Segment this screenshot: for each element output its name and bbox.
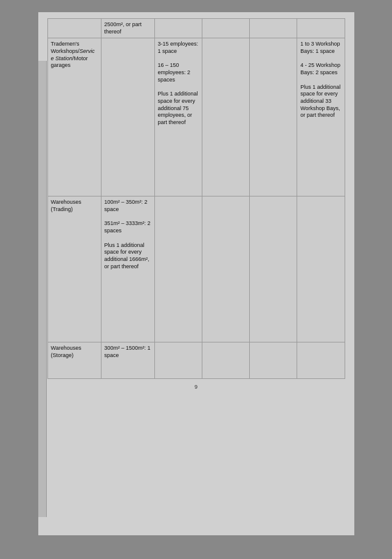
page-number: 9 bbox=[47, 384, 345, 390]
cell-col3 bbox=[154, 19, 202, 38]
cell-gfa-warehouses: 100m² – 350m²: 2 space 351m² – 3333m²: 2… bbox=[101, 196, 154, 342]
cell-text: 3-15 employees: 1 space bbox=[158, 41, 199, 54]
cell-col4 bbox=[202, 19, 249, 38]
cell-text-2: 16 – 150 employees: 2 spaces bbox=[158, 62, 191, 82]
cell-col4-storage bbox=[202, 342, 249, 379]
cell-text-3: Plus 1 additional space for every additi… bbox=[300, 84, 340, 119]
cell-col6-warehouses bbox=[297, 196, 345, 342]
cell-use-type bbox=[47, 19, 101, 38]
document-page: 2500m², or part thereof Trademen's Works… bbox=[38, 12, 354, 535]
table-row: 2500m², or part thereof bbox=[47, 19, 345, 38]
cell-col3-warehouses bbox=[154, 196, 202, 342]
table-row: Warehouses (Storage) 300m² – 1500m²: 1 s… bbox=[47, 342, 345, 379]
cell-text-2: 4 - 25 Workshop Bays: 2 spaces bbox=[300, 62, 340, 75]
cell-use-type: Trademen's Workshops/Service Station/Mot… bbox=[47, 38, 101, 196]
cell-col4-warehouses bbox=[202, 196, 249, 342]
cell-col6-storage bbox=[297, 342, 345, 379]
cell-col5-warehouses bbox=[250, 196, 297, 342]
cell-text-3: Plus 1 additional space for every additi… bbox=[158, 91, 198, 125]
cell-text: 300m² – 1500m²: 1 space bbox=[105, 345, 151, 358]
left-margin bbox=[38, 61, 47, 517]
cell-use-warehouses-trading: Warehouses (Trading) bbox=[47, 196, 101, 342]
cell-col4-trademen bbox=[202, 38, 249, 196]
cell-employees: 3-15 employees: 1 space 16 – 150 employe… bbox=[154, 38, 202, 196]
cell-col6 bbox=[297, 19, 345, 38]
cell-text: Warehouses (Trading) bbox=[51, 199, 81, 212]
cell-gfa: 2500m², or part thereof bbox=[101, 19, 154, 38]
cell-col5-storage bbox=[250, 342, 297, 379]
cell-text-2: 351m² – 3333m²: 2 spaces bbox=[105, 220, 151, 234]
cell-col3-storage bbox=[154, 342, 202, 379]
cell-text: 100m² – 350m²: 2 space bbox=[105, 199, 148, 212]
cell-text-3: Plus 1 additional space for every additi… bbox=[105, 242, 150, 269]
cell-text: 1 to 3 Workshop Bays: 1 space bbox=[300, 41, 340, 54]
cell-col5-trademen bbox=[250, 38, 297, 196]
cell-workshop-bays: 1 to 3 Workshop Bays: 1 space 4 - 25 Wor… bbox=[297, 38, 345, 196]
cell-text: Trademen's Workshops/Service Station/Mot… bbox=[51, 41, 95, 68]
table-row: Warehouses (Trading) 100m² – 350m²: 2 sp… bbox=[47, 196, 345, 342]
cell-gfa-storage: 300m² – 1500m²: 1 space bbox=[101, 342, 154, 379]
table-row: Trademen's Workshops/Service Station/Mot… bbox=[47, 38, 345, 196]
cell-col5 bbox=[250, 19, 297, 38]
regulations-table: 2500m², or part thereof Trademen's Works… bbox=[47, 18, 345, 379]
cell-use-warehouses-storage: Warehouses (Storage) bbox=[47, 342, 101, 379]
cell-text: Warehouses (Storage) bbox=[51, 345, 81, 358]
cell-gfa-trademen bbox=[101, 38, 154, 196]
cell-text: 2500m², or part thereof bbox=[105, 21, 142, 35]
